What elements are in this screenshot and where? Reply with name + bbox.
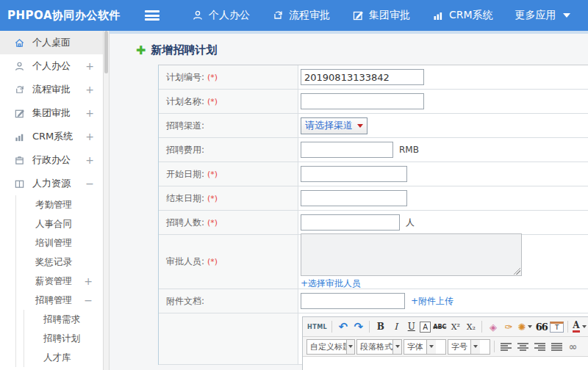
sidebar-item-workflow-approval[interactable]: 流程审批 + (0, 78, 103, 101)
sidebar-item-training[interactable]: 培训管理 (16, 233, 103, 253)
editor-toolbar-row1: HTML ↶ ↷ B I U A ABC X² X₂ ◈ (303, 317, 588, 337)
sidebar-item-crm[interactable]: CRM系统 + (0, 125, 103, 148)
expand-icon[interactable]: + (85, 60, 94, 72)
sidebar-item-hr-contract[interactable]: 人事合同 (16, 214, 103, 233)
char-border-button[interactable]: A (420, 322, 431, 333)
user-icon (192, 10, 204, 21)
required-marker: (*) (207, 257, 218, 266)
redo-icon[interactable]: ↷ (351, 319, 365, 334)
plan-name-input[interactable] (301, 93, 424, 109)
book-icon (13, 178, 26, 189)
collapse-icon[interactable]: − (84, 294, 93, 306)
font-family-dropdown[interactable]: 字体 (404, 339, 446, 355)
main-content: ✚ 新增招聘计划 计划编号: (*) 计划名称: (*) (110, 31, 588, 370)
expand-icon[interactable]: + (85, 154, 94, 166)
sidebar-item-rewards[interactable]: 奖惩记录 (16, 253, 103, 272)
editor-label-cell (159, 313, 298, 364)
nav-workflow-approval[interactable]: 流程审批 (272, 9, 330, 22)
recruit-plan-form: 计划编号: (*) 计划名称: (*) 招聘渠道: 请选择 (158, 65, 588, 365)
sidebar-item-desktop[interactable]: 个人桌面 (0, 31, 103, 54)
currency-suffix: RMB (399, 145, 419, 155)
required-marker: (*) (207, 170, 218, 179)
sidebar-item-recruit-mgmt[interactable]: 招聘管理 − (16, 291, 103, 310)
subscript-button[interactable]: X₂ (464, 319, 478, 334)
expand-icon[interactable]: + (85, 107, 94, 119)
sidebar-item-attendance[interactable]: 考勤管理 (16, 195, 103, 214)
form-row-start-date: 开始日期: (*) (159, 162, 588, 186)
attachment-input[interactable] (301, 293, 405, 309)
top-nav: 个人办公 流程审批 集团审批 CRM系统 (192, 9, 570, 22)
italic-button[interactable]: I (389, 319, 403, 334)
nav-crm-system[interactable]: CRM系统 (432, 9, 493, 22)
caret-down-icon (563, 13, 570, 18)
home-icon (13, 37, 26, 48)
strikethrough-button[interactable]: ABC (432, 319, 447, 334)
sidebar-item-salary[interactable]: 薪资管理 + (16, 272, 103, 291)
field-label: 计划名称: (166, 95, 204, 108)
sidebar-item-group-approval[interactable]: 集团审批 + (0, 101, 103, 125)
format-eraser-icon[interactable]: ◈ (486, 319, 500, 334)
superscript-button[interactable]: X² (448, 319, 462, 334)
align-justify-icon[interactable] (551, 343, 562, 351)
field-label: 结束日期: (166, 192, 204, 205)
sidebar: 个人桌面 个人办公 + 流程审批 + 集团审批 + (0, 31, 103, 370)
start-date-input[interactable] (301, 166, 407, 182)
expand-icon[interactable]: + (84, 275, 93, 287)
align-right-icon[interactable] (534, 343, 545, 351)
sidebar-item-hr[interactable]: 人力资源 − (0, 172, 103, 195)
bold-button[interactable]: B (373, 319, 387, 334)
nav-group-approval[interactable]: 集团审批 (352, 9, 410, 22)
form-row-editor: HTML ↶ ↷ B I U A ABC X² X₂ ◈ (159, 313, 588, 365)
required-marker: (*) (207, 73, 218, 82)
underline-button[interactable]: U (404, 319, 418, 334)
sidebar-item-admin-office[interactable]: 行政办公 + (0, 148, 103, 172)
paste-text-button[interactable]: T (550, 322, 564, 333)
building-icon (13, 155, 26, 166)
sidebar-scrollbar[interactable] (103, 31, 110, 370)
expand-icon[interactable]: + (85, 131, 94, 142)
workflow-icon (272, 10, 284, 21)
cost-input[interactable] (301, 142, 393, 158)
end-date-input[interactable] (301, 190, 407, 206)
field-label: 附件文档: (166, 295, 204, 308)
plan-number-input[interactable] (301, 69, 424, 85)
auto-typeset-button[interactable]: ✺ (517, 319, 533, 334)
editor-content-area[interactable] (303, 357, 588, 370)
channel-select[interactable]: 请选择渠道 (301, 117, 368, 134)
undo-icon[interactable]: ↶ (336, 319, 350, 334)
paragraph-format-dropdown[interactable]: 段落格式 (356, 339, 402, 355)
font-size-dropdown[interactable]: 字号 (448, 339, 490, 355)
rich-text-editor: HTML ↶ ↷ B I U A ABC X² X₂ ◈ (302, 316, 588, 370)
form-row-attachment: 附件文档: +附件上传 (159, 289, 588, 313)
custom-title-dropdown[interactable]: 自定义标题 (306, 339, 355, 355)
scrollbar-thumb[interactable] (104, 31, 108, 73)
blockquote-button[interactable]: 66 (534, 319, 548, 334)
sidebar-item-talent-pool[interactable]: 人才库 (24, 348, 103, 367)
format-brush-icon[interactable]: ✑ (501, 319, 515, 334)
form-row-headcount: 招聘人数: (*) 人 (159, 211, 588, 235)
nav-personal-office[interactable]: 个人办公 (192, 9, 250, 22)
approvers-textarea[interactable] (301, 233, 522, 276)
sidebar-item-recruit-plan[interactable]: 招聘计划 (24, 329, 103, 348)
select-approvers-link[interactable]: +选择审批人员 (301, 278, 361, 290)
font-color-button[interactable]: A (572, 319, 587, 334)
editor-toolbar-row2: 自定义标题 段落格式 字体 字号 (303, 337, 588, 357)
field-label: 审批人员: (166, 255, 204, 268)
field-label: 招聘费用: (166, 144, 204, 156)
user-icon (13, 61, 26, 72)
attachment-upload-link[interactable]: +附件上传 (411, 295, 453, 308)
sidebar-item-personal-office[interactable]: 个人办公 + (0, 54, 103, 78)
html-source-button[interactable]: HTML (306, 319, 328, 334)
align-left-icon[interactable] (501, 343, 512, 351)
insert-link-icon[interactable]: ∞ (566, 339, 580, 354)
edit-icon (13, 108, 26, 119)
sidebar-item-recruit-demand[interactable]: 招聘需求 (24, 310, 103, 329)
edit-icon (352, 10, 364, 21)
headcount-input[interactable] (301, 214, 400, 231)
nav-more-apps[interactable]: 更多应用 (515, 9, 570, 22)
caret-down-icon (426, 340, 436, 354)
menu-toggle-icon[interactable] (145, 10, 159, 21)
expand-icon[interactable]: + (85, 84, 94, 95)
align-center-icon[interactable] (517, 343, 528, 351)
collapse-icon[interactable]: − (85, 178, 94, 189)
